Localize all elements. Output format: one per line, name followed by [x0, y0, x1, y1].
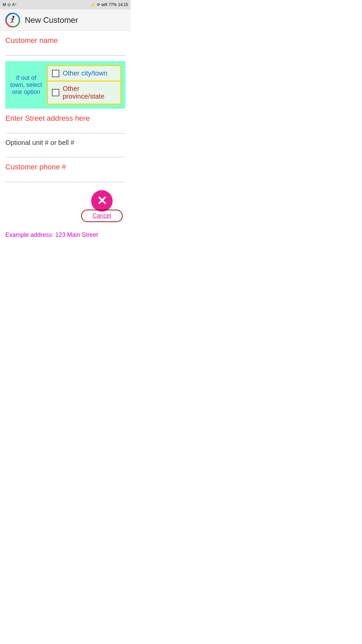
cancel-button[interactable]: ✕ Cancel [81, 190, 123, 222]
battery-icon: 77% [109, 2, 117, 7]
bluetooth-icon: ⚡ [90, 2, 96, 7]
cancel-area: ✕ Cancel [5, 190, 123, 222]
app-logo-icon [5, 12, 21, 28]
customer-phone-label: Customer phone # [5, 163, 125, 171]
option-city-label: Other city/town [63, 69, 107, 77]
svg-line-5 [11, 18, 12, 19]
example-address: Example address: 123 Main Street [0, 227, 131, 243]
option-city-row[interactable]: Other city/town [47, 65, 121, 80]
street-address-group: Enter Street address here [5, 114, 125, 133]
cancel-x-icon: ✕ [97, 195, 107, 207]
cancel-label: Cancel [93, 212, 111, 219]
out-of-town-section: If out of town, select one option Other … [5, 61, 125, 109]
status-bar: M ⊙ Aˣ ⚡ ⟳ wifi 77% 14:15 [0, 0, 131, 9]
form-container: Customer name If out of town, select one… [0, 31, 131, 222]
out-of-town-options: Other city/town Other province/state [47, 65, 121, 105]
optional-unit-input[interactable] [5, 147, 125, 157]
customer-name-input[interactable] [5, 46, 125, 56]
accessibility-icon: Aˣ [12, 2, 16, 7]
cancel-button-pill: Cancel [81, 210, 123, 222]
customer-phone-group: Customer phone # [5, 163, 125, 182]
customer-name-label: Customer name [5, 36, 125, 45]
wifi-icon: wifi [102, 2, 107, 7]
city-checkbox[interactable] [52, 70, 59, 77]
street-address-label: Enter Street address here [5, 114, 125, 123]
street-address-input[interactable] [5, 123, 125, 133]
province-checkbox[interactable] [52, 89, 59, 96]
status-left-icons: M ⊙ Aˣ [3, 2, 16, 7]
location-icon: ⊙ [7, 2, 11, 7]
screen-rotate-icon: ⟳ [97, 2, 100, 7]
customer-name-group: Customer name [5, 36, 125, 56]
option-province-row[interactable]: Other province/state [47, 80, 121, 105]
svg-line-6 [12, 19, 14, 19]
optional-unit-label: Optional unit # or bell # [5, 139, 125, 147]
customer-phone-input[interactable] [5, 172, 125, 182]
gmail-icon: M [3, 2, 6, 7]
out-of-town-label: If out of town, select one option [9, 74, 43, 96]
svg-point-1 [12, 16, 14, 18]
page-title: New Customer [25, 15, 78, 25]
optional-unit-group: Optional unit # or bell # [5, 139, 125, 157]
option-province-label: Other province/state [63, 85, 116, 100]
clock: 14:15 [118, 2, 128, 7]
svg-line-4 [12, 21, 13, 23]
cancel-circle-icon: ✕ [91, 190, 113, 212]
app-header: New Customer [0, 9, 131, 31]
status-right-icons: ⚡ ⟳ wifi 77% 14:15 [90, 2, 128, 7]
